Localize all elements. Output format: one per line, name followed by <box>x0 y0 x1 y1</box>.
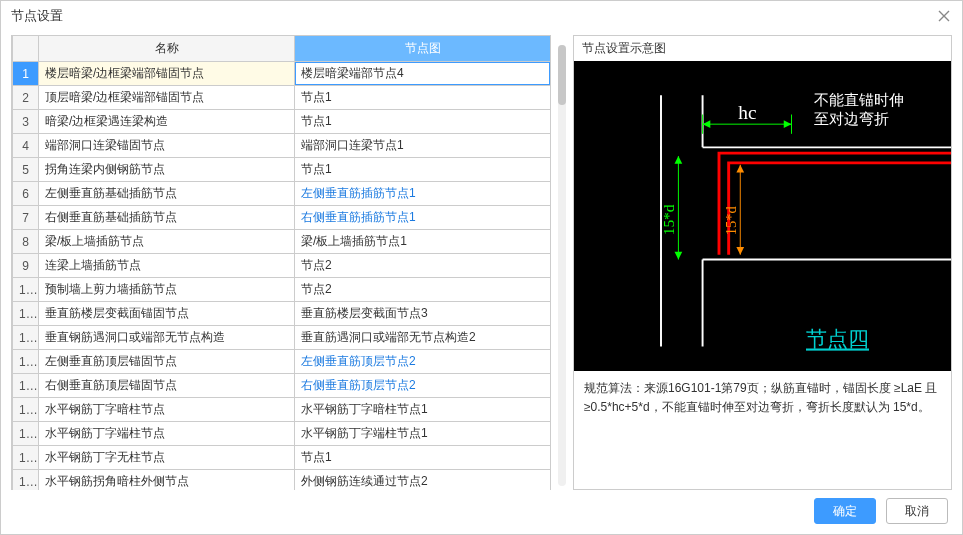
node-table: 名称 节点图 1楼层暗梁/边框梁端部锚固节点楼层暗梁端部节点42顶层暗梁/边框梁… <box>12 35 551 490</box>
scrollbar-gutter <box>555 35 569 490</box>
row-name: 水平钢筋丁字无柱节点 <box>39 446 295 470</box>
diagram-caption: 节点四 <box>806 328 869 352</box>
row-name: 拐角连梁内侧钢筋节点 <box>39 158 295 182</box>
col-header-name: 名称 <box>39 36 295 62</box>
row-index: 16 <box>13 422 39 446</box>
diagram-canvas: hc 15*d 15*d 不能直锚时伸 至对边弯折 <box>574 61 951 371</box>
table-scroll[interactable]: 名称 节点图 1楼层暗梁/边框梁端部锚固节点楼层暗梁端部节点42顶层暗梁/边框梁… <box>11 35 551 490</box>
row-node[interactable]: 右侧垂直筋插筋节点1 <box>295 206 551 230</box>
label-hc: hc <box>738 102 756 123</box>
row-index: 10 <box>13 278 39 302</box>
table-pane: 名称 节点图 1楼层暗梁/边框梁端部锚固节点楼层暗梁端部节点42顶层暗梁/边框梁… <box>11 35 551 490</box>
table-row[interactable]: 9连梁上墙插筋节点节点2 <box>13 254 551 278</box>
row-node[interactable]: 左侧垂直筋插筋节点1 <box>295 182 551 206</box>
row-name: 右侧垂直筋基础插筋节点 <box>39 206 295 230</box>
row-index: 6 <box>13 182 39 206</box>
row-name: 左侧垂直筋顶层锚固节点 <box>39 350 295 374</box>
row-node[interactable]: 水平钢筋丁字端柱节点1 <box>295 422 551 446</box>
ok-button[interactable]: 确定 <box>814 498 876 524</box>
row-name: 端部洞口连梁锚固节点 <box>39 134 295 158</box>
row-name: 水平钢筋丁字暗柱节点 <box>39 398 295 422</box>
row-node[interactable]: 节点2 <box>295 254 551 278</box>
diagram-title: 节点设置示意图 <box>574 36 951 61</box>
row-node[interactable]: 垂直筋遇洞口或端部无节点构造2 <box>295 326 551 350</box>
row-name: 右侧垂直筋顶层锚固节点 <box>39 374 295 398</box>
node-settings-dialog: 节点设置 名称 节点图 1楼层暗梁/边框梁端部锚固节点楼层暗梁端部节点42顶层暗… <box>0 0 963 535</box>
row-node[interactable]: 节点1 <box>295 86 551 110</box>
row-name: 垂直筋楼层变截面锚固节点 <box>39 302 295 326</box>
row-index: 17 <box>13 446 39 470</box>
row-name: 暗梁/边框梁遇连梁构造 <box>39 110 295 134</box>
label-15d-outer: 15*d <box>660 204 677 235</box>
diagram-note-1: 不能直锚时伸 <box>814 91 904 108</box>
row-node[interactable]: 垂直筋楼层变截面节点3 <box>295 302 551 326</box>
row-index: 4 <box>13 134 39 158</box>
row-index: 1 <box>13 62 39 86</box>
diagram-svg: hc 15*d 15*d 不能直锚时伸 至对边弯折 <box>574 61 951 371</box>
row-node[interactable]: 外侧钢筋连续通过节点2 <box>295 470 551 491</box>
row-name: 梁/板上墙插筋节点 <box>39 230 295 254</box>
row-index: 3 <box>13 110 39 134</box>
row-node[interactable]: 楼层暗梁端部节点4 <box>295 62 551 86</box>
dialog-title: 节点设置 <box>11 7 63 25</box>
preview-pane: 节点设置示意图 hc <box>573 35 952 490</box>
table-row[interactable]: 17水平钢筋丁字无柱节点节点1 <box>13 446 551 470</box>
row-node[interactable]: 节点1 <box>295 158 551 182</box>
row-node[interactable]: 节点1 <box>295 110 551 134</box>
content-area: 名称 节点图 1楼层暗梁/边框梁端部锚固节点楼层暗梁端部节点42顶层暗梁/边框梁… <box>1 31 962 490</box>
row-name: 预制墙上剪力墙插筋节点 <box>39 278 295 302</box>
table-row[interactable]: 13左侧垂直筋顶层锚固节点左侧垂直筋顶层节点2 <box>13 350 551 374</box>
row-index: 9 <box>13 254 39 278</box>
row-index: 18 <box>13 470 39 491</box>
row-name: 顶层暗梁/边框梁端部锚固节点 <box>39 86 295 110</box>
table-row[interactable]: 12垂直钢筋遇洞口或端部无节点构造垂直筋遇洞口或端部无节点构造2 <box>13 326 551 350</box>
svg-rect-0 <box>574 66 951 366</box>
table-row[interactable]: 5拐角连梁内侧钢筋节点节点1 <box>13 158 551 182</box>
row-name: 连梁上墙插筋节点 <box>39 254 295 278</box>
table-row[interactable]: 2顶层暗梁/边框梁端部锚固节点节点1 <box>13 86 551 110</box>
table-row[interactable]: 16水平钢筋丁字端柱节点水平钢筋丁字端柱节点1 <box>13 422 551 446</box>
row-index: 11 <box>13 302 39 326</box>
row-index: 13 <box>13 350 39 374</box>
row-node[interactable]: 端部洞口连梁节点1 <box>295 134 551 158</box>
row-node[interactable]: 节点1 <box>295 446 551 470</box>
row-index: 5 <box>13 158 39 182</box>
table-row[interactable]: 18水平钢筋拐角暗柱外侧节点外侧钢筋连续通过节点2 <box>13 470 551 491</box>
row-name: 水平钢筋拐角暗柱外侧节点 <box>39 470 295 491</box>
row-index: 2 <box>13 86 39 110</box>
dialog-footer: 确定 取消 <box>1 490 962 534</box>
close-icon[interactable] <box>936 8 952 24</box>
description-text: 规范算法：来源16G101-1第79页；纵筋直锚时，锚固长度 ≥LaE 且 ≥0… <box>574 371 951 425</box>
row-index: 14 <box>13 374 39 398</box>
table-row[interactable]: 6左侧垂直筋基础插筋节点左侧垂直筋插筋节点1 <box>13 182 551 206</box>
row-name: 楼层暗梁/边框梁端部锚固节点 <box>39 62 295 86</box>
row-node[interactable]: 节点2 <box>295 278 551 302</box>
row-index: 7 <box>13 206 39 230</box>
table-row[interactable]: 7右侧垂直筋基础插筋节点右侧垂直筋插筋节点1 <box>13 206 551 230</box>
table-row[interactable]: 4端部洞口连梁锚固节点端部洞口连梁节点1 <box>13 134 551 158</box>
table-row[interactable]: 8梁/板上墙插筋节点梁/板上墙插筋节点1 <box>13 230 551 254</box>
scrollbar-track[interactable] <box>558 45 566 486</box>
table-row[interactable]: 14右侧垂直筋顶层锚固节点右侧垂直筋顶层节点2 <box>13 374 551 398</box>
table-row[interactable]: 15水平钢筋丁字暗柱节点水平钢筋丁字暗柱节点1 <box>13 398 551 422</box>
table-row[interactable]: 3暗梁/边框梁遇连梁构造节点1 <box>13 110 551 134</box>
cancel-button[interactable]: 取消 <box>886 498 948 524</box>
row-name: 水平钢筋丁字端柱节点 <box>39 422 295 446</box>
col-header-index <box>13 36 39 62</box>
diagram-note-2: 至对边弯折 <box>814 110 889 127</box>
titlebar: 节点设置 <box>1 1 962 31</box>
table-row[interactable]: 10预制墙上剪力墙插筋节点节点2 <box>13 278 551 302</box>
row-node[interactable]: 水平钢筋丁字暗柱节点1 <box>295 398 551 422</box>
row-node[interactable]: 左侧垂直筋顶层节点2 <box>295 350 551 374</box>
scrollbar-thumb[interactable] <box>558 45 566 105</box>
row-index: 8 <box>13 230 39 254</box>
col-header-node: 节点图 <box>295 36 551 62</box>
row-name: 左侧垂直筋基础插筋节点 <box>39 182 295 206</box>
table-row[interactable]: 11垂直筋楼层变截面锚固节点垂直筋楼层变截面节点3 <box>13 302 551 326</box>
row-index: 12 <box>13 326 39 350</box>
row-node[interactable]: 右侧垂直筋顶层节点2 <box>295 374 551 398</box>
row-node[interactable]: 梁/板上墙插筋节点1 <box>295 230 551 254</box>
row-index: 15 <box>13 398 39 422</box>
table-row[interactable]: 1楼层暗梁/边框梁端部锚固节点楼层暗梁端部节点4 <box>13 62 551 86</box>
label-15d-inner: 15*d <box>723 206 739 236</box>
